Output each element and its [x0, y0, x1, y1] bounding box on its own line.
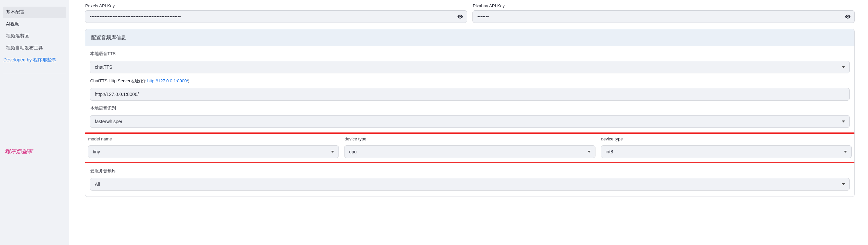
cloud-audio-select[interactable]: Ali — [90, 178, 850, 191]
audio-config-section: 配置音频库信息 本地语音TTS chatTTS ChatTTS Http Ser… — [85, 29, 855, 197]
device-type-2-label: device type — [601, 136, 852, 141]
chattts-server-input[interactable] — [90, 88, 850, 101]
chattts-server-label: ChatTTS Http Server地址(如: http://127.0.0.… — [90, 78, 850, 84]
sidebar-divider — [3, 74, 66, 74]
chattts-example-link[interactable]: http://127.0.0.1:8000/ — [147, 78, 188, 83]
sidebar-item-label: 视频混剪区 — [6, 33, 29, 38]
pixabay-api-key-group: Pixabay API Key — [472, 3, 855, 23]
pixabay-api-key-input[interactable] — [472, 10, 855, 23]
device-type-1-label: device type — [344, 136, 595, 141]
sidebar-item-ai-video[interactable]: AI视频 — [3, 19, 66, 30]
sidebar: 基本配置 AI视频 视频混剪区 视频自动发布工具 Developed by 程序… — [0, 0, 69, 245]
pexels-api-key-input[interactable] — [85, 10, 467, 23]
cloud-audio-group: 云服务音频库 Ali — [90, 168, 850, 191]
local-asr-select[interactable]: fasterwhisper — [90, 115, 850, 128]
eye-icon[interactable] — [845, 13, 851, 20]
local-asr-label: 本地语音识别 — [90, 105, 850, 111]
pexels-api-key-group: Pexels API Key — [85, 3, 467, 23]
sidebar-item-auto-publish[interactable]: 视频自动发布工具 — [3, 43, 66, 54]
device-type-2-group: device type int8 — [601, 136, 852, 158]
audio-config-header: 配置音频库信息 — [85, 29, 855, 46]
device-type-1-group: device type cpu — [344, 136, 595, 158]
model-name-label: model name — [88, 136, 339, 141]
pixabay-api-key-label: Pixabay API Key — [472, 3, 855, 8]
eye-icon[interactable] — [457, 13, 463, 20]
pexels-api-key-label: Pexels API Key — [85, 3, 467, 8]
sidebar-footer-brand: 程序那些事 — [3, 147, 66, 156]
api-keys-row: Pexels API Key Pixabay API Key — [85, 3, 855, 23]
cloud-audio-label: 云服务音频库 — [90, 168, 850, 174]
local-tts-select[interactable]: chatTTS — [90, 61, 850, 73]
developed-by-link[interactable]: Developed by 程序那些事 — [3, 54, 66, 66]
sidebar-item-label: 基本配置 — [6, 9, 25, 15]
sidebar-item-label: 视频自动发布工具 — [6, 45, 43, 51]
device-type-1-select[interactable]: cpu — [344, 145, 595, 158]
model-config-highlight-box: model name tiny device type — [85, 133, 855, 163]
device-type-2-select[interactable]: int8 — [601, 145, 852, 158]
sidebar-item-basic-config[interactable]: 基本配置 — [3, 7, 66, 18]
sidebar-item-label: AI视频 — [6, 21, 20, 27]
local-asr-group: 本地语音识别 fasterwhisper — [90, 105, 850, 128]
model-name-group: model name tiny — [88, 136, 339, 158]
local-tts-label: 本地语音TTS — [90, 51, 850, 57]
sidebar-item-video-clip[interactable]: 视频混剪区 — [3, 31, 66, 42]
model-name-select[interactable]: tiny — [88, 145, 339, 158]
local-tts-group: 本地语音TTS chatTTS — [90, 51, 850, 73]
main-content: Pexels API Key Pixabay API Key — [69, 0, 868, 245]
chattts-server-group: ChatTTS Http Server地址(如: http://127.0.0.… — [90, 78, 850, 101]
